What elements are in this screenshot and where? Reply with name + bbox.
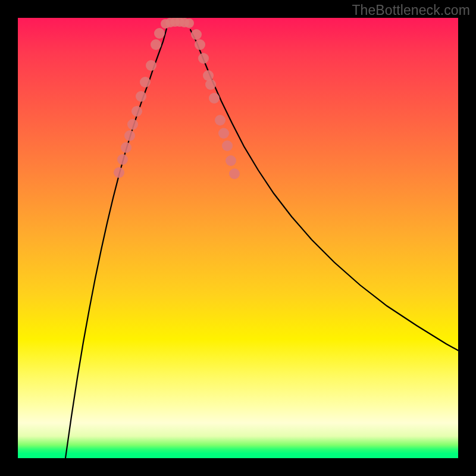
data-point (215, 115, 226, 126)
data-point (218, 128, 229, 139)
data-point (121, 142, 131, 153)
scatter-left (114, 28, 165, 178)
scatter-bottom (161, 18, 194, 29)
data-point (184, 18, 194, 28)
data-point (198, 53, 209, 64)
left-curve (65, 29, 167, 458)
chart-frame: TheBottleneck.com (0, 0, 476, 476)
data-point (191, 29, 202, 40)
plot-area (18, 18, 458, 458)
data-point (140, 77, 151, 87)
right-curve (190, 30, 458, 350)
data-point (154, 28, 165, 39)
data-point (127, 119, 138, 130)
data-point (222, 140, 233, 151)
scatter-right (191, 29, 240, 179)
data-point (114, 167, 124, 178)
chart-svg (18, 18, 458, 458)
data-point (151, 39, 161, 50)
data-point (209, 93, 220, 104)
watermark-text: TheBottleneck.com (352, 2, 470, 18)
data-point (195, 39, 205, 50)
data-point (146, 60, 156, 71)
data-point (229, 168, 240, 179)
data-point (131, 106, 142, 117)
data-point (136, 91, 146, 102)
data-point (205, 79, 216, 90)
data-point (117, 154, 128, 165)
data-point (226, 155, 236, 166)
curve-group (65, 29, 458, 458)
data-point (124, 130, 135, 141)
